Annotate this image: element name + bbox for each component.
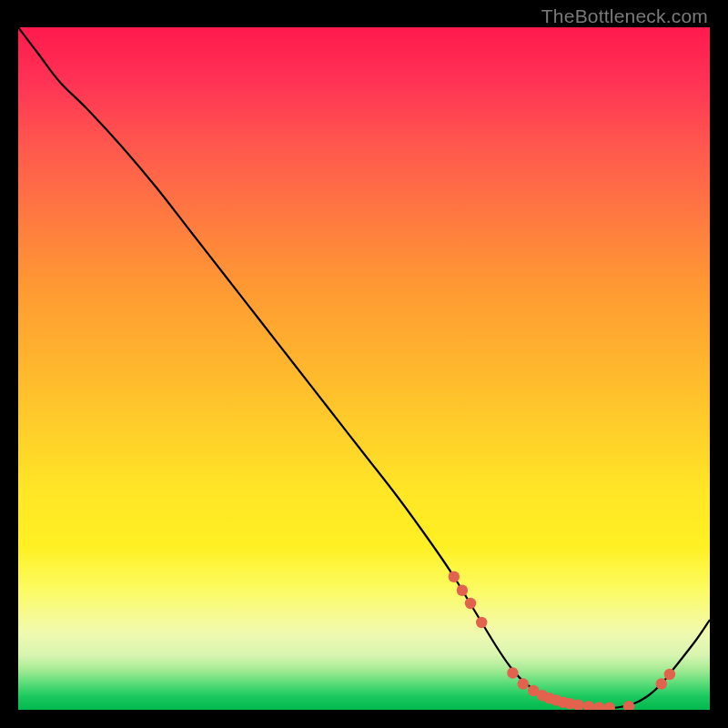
marker-point	[604, 703, 615, 710]
data-markers	[449, 571, 676, 710]
marker-point	[476, 617, 487, 628]
chart-container: TheBottleneck.com	[0, 0, 728, 728]
marker-point	[572, 700, 583, 710]
marker-point	[449, 571, 460, 582]
marker-point	[543, 693, 554, 703]
curve-svg	[18, 27, 710, 710]
marker-point	[664, 669, 675, 680]
plot-area	[18, 27, 710, 710]
marker-point	[623, 701, 634, 710]
marker-point	[558, 697, 569, 708]
marker-point	[564, 698, 575, 709]
bottleneck-curve	[18, 27, 710, 708]
marker-point	[656, 678, 667, 689]
watermark-text: TheBottleneck.com	[541, 5, 708, 27]
marker-point	[551, 694, 561, 705]
marker-point	[465, 598, 476, 609]
marker-point	[528, 685, 539, 696]
marker-point	[583, 701, 594, 710]
marker-point	[537, 690, 548, 701]
marker-point	[593, 702, 604, 710]
marker-point	[518, 678, 529, 689]
marker-point	[507, 667, 518, 678]
marker-point	[457, 585, 468, 596]
